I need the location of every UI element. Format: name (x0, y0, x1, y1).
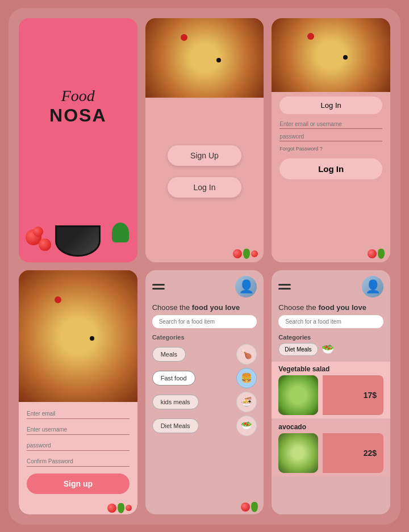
decoration-tomatoes-4 (145, 499, 264, 514)
tomato-icon (251, 250, 258, 257)
decoration-tomatoes (145, 245, 264, 262)
diet-meals-button[interactable]: Diet Meals (278, 343, 318, 356)
hamburger-menu-icon-2[interactable] (278, 284, 291, 290)
signup-confirm-field[interactable] (27, 456, 130, 466)
menu-line (278, 288, 291, 290)
signup-button[interactable]: Sign Up (168, 145, 241, 166)
category-kids-button[interactable]: kids meals (152, 395, 199, 409)
category-row-fastfood: Fast food 🍔 (152, 368, 257, 388)
panel-food-detail: 👤 Choose the food you love Categories Di… (272, 270, 390, 514)
app-container: Food NOSA Sign Up Log In (9, 8, 400, 525)
avocado-image (278, 433, 318, 473)
salad-image (278, 375, 318, 415)
avatar-icon: 👤 (239, 279, 254, 294)
leaf-icon (243, 249, 250, 259)
detail-title: Choose the food you love (272, 301, 390, 315)
leaf-icon (251, 502, 258, 512)
title-bold-2: food you love (318, 303, 366, 312)
avatar: 👤 (235, 276, 257, 298)
food-item-salad: Vegetable salad 17$ (272, 362, 390, 418)
decoration-tomatoes-2 (272, 245, 390, 262)
categories-header: 👤 (145, 270, 264, 301)
leaf-icon (118, 503, 124, 513)
categories-title: Choose the food you love (145, 301, 264, 315)
avocado-price: 22$ (323, 433, 383, 473)
detail-header: 👤 (272, 270, 390, 301)
brand-logo: Food NOSA (49, 87, 106, 126)
panel-signup: Sign up (19, 270, 137, 514)
tomato-cluster-2 (368, 249, 385, 259)
detail-categories-label: Categories (272, 333, 390, 343)
leaf-icon (378, 249, 385, 259)
food-item-salad-title: Vegetable salad (278, 365, 383, 373)
food-label: Food (49, 87, 106, 105)
confirm-password-row (27, 455, 130, 467)
signup-email-field[interactable] (27, 409, 130, 418)
tomato-icon (33, 227, 43, 237)
panel-login: Log In Forgot Password ? Log In (272, 18, 390, 262)
salad-price: 17$ (323, 375, 383, 415)
login-top-button[interactable]: Log In (279, 97, 382, 114)
diet-meals-row: Diet Meals 🥗 (272, 343, 390, 359)
panel-categories: 👤 Choose the food you love Categories Me… (145, 270, 264, 514)
menu-line (152, 288, 165, 290)
detail-search-input[interactable] (278, 315, 383, 328)
tomato-icon (107, 504, 116, 513)
signup-password-field[interactable] (27, 441, 130, 450)
tomato-icon (233, 249, 242, 258)
title-prefix: Choose the (152, 303, 192, 312)
auth-buttons-area: Sign Up Log In (145, 98, 264, 245)
category-kids-icon: 🍜 (236, 392, 257, 412)
category-row-kids: kids meals 🍜 (152, 392, 257, 412)
signup-form: Sign up (19, 402, 137, 500)
category-row-meals: Meals 🍗 (152, 344, 257, 365)
category-row-diet: Diet Meals 🥗 (152, 416, 257, 436)
tomato-icon (368, 249, 377, 258)
category-fastfood-icon: 🍔 (236, 368, 257, 388)
title-bold: food you love (192, 303, 240, 312)
bowl-icon (55, 225, 101, 257)
login-button[interactable]: Log In (168, 177, 241, 198)
password-row (27, 439, 130, 451)
decoration-tomatoes-3 (19, 500, 137, 514)
categories-section-label: Categories (145, 333, 264, 344)
food-search-input[interactable] (152, 315, 257, 328)
title-prefix-2: Choose the (278, 303, 318, 312)
broccoli-icon (112, 223, 129, 242)
avatar-icon-2: 👤 (365, 279, 381, 294)
signup-submit-button[interactable]: Sign up (27, 474, 130, 494)
tomato-icon (126, 505, 132, 511)
panel-auth: Sign Up Log In (145, 18, 264, 262)
food-item-avocado-row: 22$ (278, 433, 383, 473)
hamburger-menu-icon[interactable] (152, 284, 165, 290)
category-diet-button[interactable]: Diet Meals (152, 418, 199, 433)
pizza-image-2 (272, 18, 390, 92)
pizza-image (145, 18, 264, 98)
diet-meals-icon: 🥗 (322, 343, 334, 355)
category-list: Meals 🍗 Fast food 🍔 kids meals 🍜 Diet Me… (145, 344, 264, 499)
tomato-icon (241, 502, 250, 512)
tomato-cluster-3 (107, 503, 132, 513)
food-item-avocado-title: avocado (278, 423, 383, 431)
signup-username-field[interactable] (27, 425, 130, 434)
avatar-2: 👤 (362, 276, 383, 298)
tomato-cluster-4 (241, 502, 258, 512)
email-field[interactable] (279, 120, 382, 129)
splash-decoration (19, 194, 137, 262)
login-main-button[interactable]: Log In (279, 158, 382, 179)
pizza-image-3 (19, 270, 137, 402)
category-meals-button[interactable]: Meals (152, 347, 186, 362)
pizza-bg-image (19, 270, 137, 402)
tomato-icon (39, 238, 51, 251)
menu-line (278, 284, 291, 286)
password-field[interactable] (279, 132, 382, 141)
category-meals-icon: 🍗 (236, 344, 257, 365)
panel-splash: Food NOSA (19, 18, 137, 262)
tomato-cluster (233, 249, 258, 259)
category-fastfood-button[interactable]: Fast food (152, 371, 195, 386)
username-row (27, 424, 130, 435)
food-hero-image-2 (272, 18, 390, 92)
email-row (27, 408, 130, 419)
forgot-password-link[interactable]: Forgot Password ? (279, 146, 382, 152)
salad-visual (278, 375, 318, 415)
